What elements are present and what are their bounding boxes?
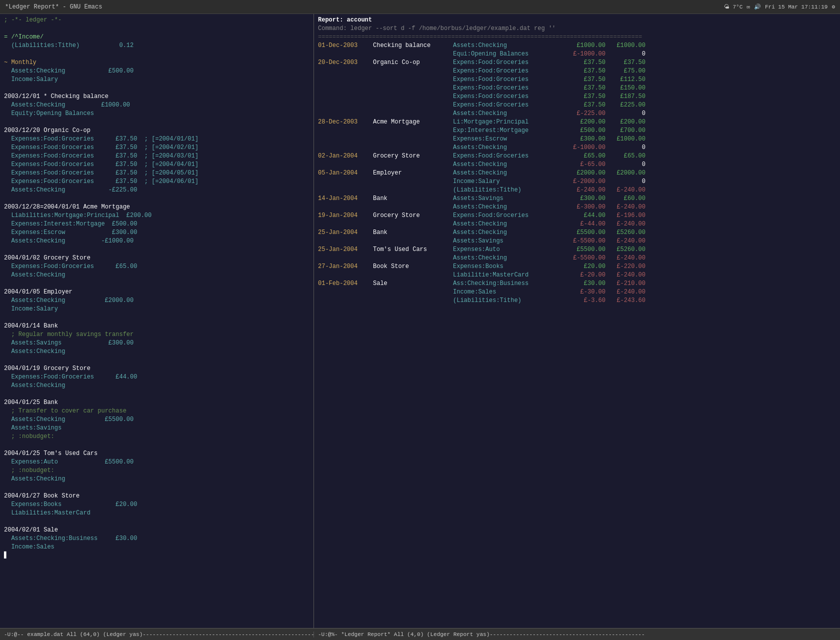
entry-date: 28-Dec-2003: [318, 118, 373, 126]
entry-date: [318, 144, 373, 152]
entry-total: £75.00: [606, 67, 646, 76]
left-line: [4, 246, 310, 254]
left-line: 2004/01/27 Book Store: [4, 492, 310, 500]
left-line: ; Regular monthly savings transfer: [4, 330, 310, 339]
report-row: 25-Jan-2004BankAssets:Checking£5500.00£5…: [318, 228, 836, 237]
title-text: *Ledger Report* - GNU Emacs: [5, 4, 102, 10]
entry-amount: £300.00: [563, 135, 606, 144]
entry-total: £225.00: [606, 101, 646, 110]
entry-amount: £37.50: [563, 67, 606, 76]
entry-account: Income:Sales: [453, 288, 563, 296]
entry-date: [318, 254, 373, 262]
entry-account: Assets:Checking: [453, 228, 563, 237]
entry-desc: Grocery Store: [373, 152, 453, 160]
entry-desc: [373, 126, 453, 135]
right-pane[interactable]: Report: accountCommand: ledger --sort d …: [314, 14, 840, 628]
entry-account: Assets:Checking: [453, 169, 563, 178]
email-icon: ✉: [746, 4, 750, 10]
entry-account: Assets:Checking: [453, 254, 563, 262]
left-line: ; :nobudget:: [4, 466, 310, 475]
left-line: Expenses:Food:Groceries £37.50 ; [=2004/…: [4, 144, 310, 152]
entry-date: 20-Dec-2003: [318, 58, 373, 67]
left-line: Assets:Checking £500.00: [4, 67, 310, 76]
entry-desc: [373, 220, 453, 228]
entry-amount: £37.50: [563, 58, 606, 67]
entry-total: 0: [606, 50, 646, 58]
left-line: (Liabilities:Tithe) 0.12: [4, 42, 310, 50]
left-line: [4, 194, 310, 203]
left-line: [4, 118, 310, 126]
entry-account: Assets:Checking: [453, 144, 563, 152]
settings-icon: ⚙: [832, 4, 835, 10]
left-line: 2004/01/25 Tom's Used Cars: [4, 450, 310, 458]
entry-desc: Acme Mortgage: [373, 118, 453, 126]
entry-amount: £37.50: [563, 76, 606, 84]
entry-account: Expenses:Auto: [453, 246, 563, 254]
entry-amount: £-65.00: [563, 160, 606, 169]
entry-amount: £-44.00: [563, 220, 606, 228]
entry-date: 14-Jan-2004: [318, 194, 373, 203]
left-line: [4, 50, 310, 58]
entry-date: [318, 84, 373, 92]
entry-desc: [373, 50, 453, 58]
left-line: Expenses:Food:Groceries £65.00: [4, 262, 310, 271]
left-line: Expenses:Auto £5500.00: [4, 458, 310, 466]
left-line: Expenses:Food:Groceries £37.50 ; [=2004/…: [4, 169, 310, 178]
left-line: ~ Monthly: [4, 58, 310, 67]
left-line: Expenses:Food:Groceries £37.50 ; [=2004/…: [4, 152, 310, 160]
left-pane[interactable]: ; -*- ledger -*- = /^Income/ (Liabilitie…: [0, 14, 314, 628]
report-row: 27-Jan-2004Book StoreExpenses:Books£20.0…: [318, 262, 836, 271]
left-line: ; Transfer to cover car purchase: [4, 407, 310, 416]
entry-account: (Liabilities:Tithe): [453, 296, 563, 305]
left-line: Equity:Opening Balances: [4, 110, 310, 118]
entry-date: 02-Jan-2004: [318, 152, 373, 160]
entry-desc: [373, 237, 453, 246]
entry-account: Assets:Savings: [453, 194, 563, 203]
report-row: Expens:Food:Groceries£37.50£75.00: [318, 67, 836, 76]
entry-date: [318, 296, 373, 305]
entry-total: £5260.00: [606, 228, 646, 237]
left-line: Expenses:Escrow £300.00: [4, 228, 310, 237]
entry-amount: £37.50: [563, 92, 606, 101]
report-header: Report: account: [318, 16, 836, 24]
entry-total: £2000.00: [606, 169, 646, 178]
report-row: Assets:Checking£-225.000: [318, 110, 836, 118]
entry-desc: Employer: [373, 169, 453, 178]
report-row: Liabilitie:MasterCard£-20.00£-240.00: [318, 271, 836, 280]
entry-desc: Bank: [373, 194, 453, 203]
titlebar-right: 🌤 7°C ✉ 🔊 Fri 15 Mar 17:11:19 ⚙: [724, 4, 835, 10]
entry-total: £-240.00: [606, 271, 646, 280]
left-line: Expenses:Food:Groceries £37.50 ; [=2004/…: [4, 160, 310, 169]
entry-amount: £-3.60: [563, 296, 606, 305]
entry-date: [318, 288, 373, 296]
entry-total: £112.50: [606, 76, 646, 84]
entry-total: £700.00: [606, 126, 646, 135]
entry-desc: [373, 288, 453, 296]
report-row: Assets:Savings£-5500.00£-240.00: [318, 237, 836, 246]
entry-amount: £-300.00: [563, 203, 606, 212]
left-line: ; :nobudget:: [4, 432, 310, 441]
entry-date: [318, 76, 373, 84]
entry-total: £60.00: [606, 194, 646, 203]
entry-amount: £30.00: [563, 280, 606, 288]
left-line: Assets:Checking £5500.00: [4, 416, 310, 424]
entry-total: £-240.00: [606, 254, 646, 262]
entry-total: £5260.00: [606, 246, 646, 254]
left-line: Assets:Checking: [4, 348, 310, 356]
report-row: Expens:Food:Groceries£37.50£150.00: [318, 84, 836, 92]
entry-desc: [373, 92, 453, 101]
report-row: 14-Jan-2004BankAssets:Savings£300.00£60.…: [318, 194, 836, 203]
entry-amount: £300.00: [563, 194, 606, 203]
entry-amount: £37.50: [563, 84, 606, 92]
status-right: -U:@%- *Ledger Report* All (4,0) (Ledger…: [314, 632, 840, 638]
left-line: Income:Sales: [4, 543, 310, 552]
entry-date: 19-Jan-2004: [318, 212, 373, 220]
entry-desc: [373, 67, 453, 76]
entry-amount: £-20.00: [563, 271, 606, 280]
entry-total: £-240.00: [606, 288, 646, 296]
entry-desc: Sale: [373, 280, 453, 288]
entry-account: Equi:Opening Balances: [453, 50, 563, 58]
entry-desc: [373, 84, 453, 92]
entry-total: 0: [606, 144, 646, 152]
report-row: (Liabilities:Tithe)£-240.00£-240.00: [318, 186, 836, 194]
